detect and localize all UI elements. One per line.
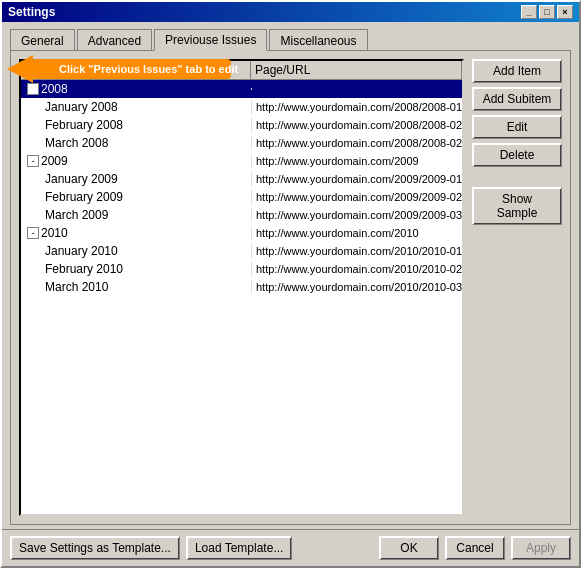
row-label: 2010 [41,226,68,240]
tree-cell-title: March 2010 [21,279,251,295]
tab-previous-issues[interactable]: Previouse Issues [154,29,267,51]
row-label: January 2010 [45,244,118,258]
window-title: Settings [8,5,55,19]
row-label: February 2008 [45,118,123,132]
tab-panel-previous-issues: Click "Previous Issues" tab to edit Titl… [10,50,571,525]
show-sample-button[interactable]: Show Sample [472,187,562,225]
maximize-button[interactable]: □ [539,5,555,19]
tree-cell-url: http://www.yourdomain.com/2010/2010-03 [251,280,462,294]
tree-cell-title: - 2008 [21,81,251,97]
row-label: 2008 [41,82,68,96]
tree-cell-title: January 2009 [21,171,251,187]
tab-general[interactable]: General [10,29,75,51]
tree-cell-url: http://www.yourdomain.com/2009/2009-02 [251,190,462,204]
tree-cell-url: http://www.yourdomain.com/2010/2010-01 [251,244,462,258]
tree-cell-title: - 2009 [21,153,251,169]
expand-icon[interactable]: - [27,83,39,95]
tab-miscellaneous[interactable]: Miscellaneous [269,29,367,51]
apply-button[interactable]: Apply [511,536,571,560]
tree-body: - 2008 January 2008 http://www.yourdomai… [21,80,462,296]
close-button[interactable]: × [557,5,573,19]
tree-area[interactable]: Title Page/URL - 2008 [19,59,464,516]
buttons-panel: Add Item Add Subitem Edit Delete Show Sa… [472,59,562,516]
title-bar: Settings _ □ × [2,2,579,22]
tree-cell-title: February 2010 [21,261,251,277]
spacer [472,171,562,183]
edit-button[interactable]: Edit [472,115,562,139]
tree-cell-url: http://www.yourdomain.com/2010 [251,226,462,240]
tree-row[interactable]: March 2010 http://www.yourdomain.com/201… [21,278,462,296]
tree-row[interactable]: - 2008 [21,80,462,98]
bottom-bar: Save Settings as Template... Load Templa… [2,529,579,566]
tree-cell-title: - 2010 [21,225,251,241]
header-title: Title [21,61,251,79]
tree-row[interactable]: January 2009 http://www.yourdomain.com/2… [21,170,462,188]
expand-icon[interactable]: - [27,227,39,239]
tree-row[interactable]: - 2010 http://www.yourdomain.com/2010 [21,224,462,242]
tree-row[interactable]: February 2008 http://www.yourdomain.com/… [21,116,462,134]
row-label: March 2010 [45,280,108,294]
tree-row[interactable]: January 2010 http://www.yourdomain.com/2… [21,242,462,260]
tree-cell-title: January 2010 [21,243,251,259]
tree-header: Title Page/URL [21,61,462,80]
tree-cell-url: http://www.yourdomain.com/2008/2008-02 [251,136,462,150]
tree-cell-url: http://www.yourdomain.com/2009 [251,154,462,168]
minimize-button[interactable]: _ [521,5,537,19]
window-content: General Advanced Previouse Issues Miscel… [2,22,579,529]
row-label: February 2009 [45,190,123,204]
tree-cell-url: http://www.yourdomain.com/2008/2008-02 [251,118,462,132]
add-item-button[interactable]: Add Item [472,59,562,83]
tree-cell-url: http://www.yourdomain.com/2010/2010-02 [251,262,462,276]
cancel-button[interactable]: Cancel [445,536,505,560]
tree-row[interactable]: January 2008 http://www.yourdomain.com/2… [21,98,462,116]
row-label: February 2010 [45,262,123,276]
add-subitem-button[interactable]: Add Subitem [472,87,562,111]
tree-row[interactable]: March 2008 http://www.yourdomain.com/200… [21,134,462,152]
tree-cell-title: March 2009 [21,207,251,223]
tab-bar: General Advanced Previouse Issues Miscel… [10,28,571,50]
settings-window: Settings _ □ × General Advanced Previous… [0,0,581,568]
tree-row[interactable]: February 2010 http://www.yourdomain.com/… [21,260,462,278]
tree-row[interactable]: March 2009 http://www.yourdomain.com/200… [21,206,462,224]
title-bar-buttons: _ □ × [521,5,573,19]
row-label: March 2009 [45,208,108,222]
row-label: January 2008 [45,100,118,114]
load-template-button[interactable]: Load Template... [186,536,293,560]
delete-button[interactable]: Delete [472,143,562,167]
tree-cell-url: http://www.yourdomain.com/2009/2009-03 [251,208,462,222]
tree-cell-url [251,88,462,90]
tree-row[interactable]: - 2009 http://www.yourdomain.com/2009 [21,152,462,170]
tree-cell-title: January 2008 [21,99,251,115]
header-url: Page/URL [251,61,462,79]
row-label: March 2008 [45,136,108,150]
tree-cell-title: February 2009 [21,189,251,205]
save-template-button[interactable]: Save Settings as Template... [10,536,180,560]
tree-cell-url: http://www.yourdomain.com/2008/2008-01 [251,100,462,114]
tree-cell-title: February 2008 [21,117,251,133]
expand-icon[interactable]: - [27,155,39,167]
tree-cell-url: http://www.yourdomain.com/2009/2009-01 [251,172,462,186]
ok-button[interactable]: OK [379,536,439,560]
tab-advanced[interactable]: Advanced [77,29,152,51]
row-label: 2009 [41,154,68,168]
row-label: January 2009 [45,172,118,186]
tree-cell-title: March 2008 [21,135,251,151]
tree-row[interactable]: February 2009 http://www.yourdomain.com/… [21,188,462,206]
